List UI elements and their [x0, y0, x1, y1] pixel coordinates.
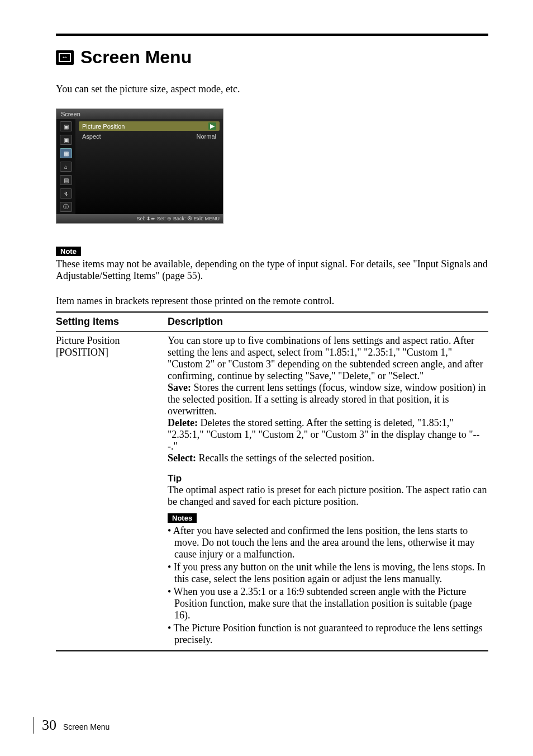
desc-select: Select: Recalls the settings of the sele…	[168, 452, 488, 464]
osd-row-value: Normal	[197, 133, 216, 140]
page-number: 30	[42, 717, 56, 734]
notes-bullets: • After you have selected and confirmed …	[168, 525, 488, 646]
osd-row-arrow: ▶	[208, 122, 216, 130]
list-item: • If you press any button on the unit wh…	[168, 561, 488, 585]
osd-row-aspect: Aspect Normal	[79, 132, 220, 141]
page-title: Screen Menu	[80, 47, 192, 68]
table-row: Picture Position [POSITION] You can stor…	[56, 332, 488, 650]
osd-titlebar: Screen	[56, 109, 223, 119]
table-header-setting-items: Setting items	[56, 316, 168, 328]
tip-heading: Tip	[168, 473, 488, 484]
setting-item-line1: Picture Position	[56, 335, 168, 347]
screen-menu-icon	[56, 50, 74, 65]
tip-text: The optimal aspect ratio is preset for e…	[168, 484, 488, 508]
save-text: Stores the current lens settings (focus,…	[168, 382, 486, 417]
title-row: Screen Menu	[56, 47, 488, 68]
note-section: Note These items may not be available, d…	[56, 246, 488, 282]
osd-side-icon-5: ↯	[60, 188, 72, 199]
osd-sidebar: ▣ ▣ ▦ ⌂ ▤ ↯ ⓘ	[56, 119, 75, 214]
osd-side-icon-4: ▤	[60, 175, 72, 185]
desc-main: You can store up to five combinations of…	[168, 335, 488, 382]
description-cell: You can store up to five combinations of…	[168, 335, 488, 647]
osd-side-icon-0: ▣	[60, 121, 72, 131]
page-footer: 30 Screen Menu	[34, 717, 110, 734]
osd-side-icon-6: ⓘ	[60, 202, 72, 212]
osd-body: ▣ ▣ ▦ ⌂ ▤ ↯ ⓘ Picture Position ▶ Aspect …	[56, 119, 223, 214]
table-intro: Item names in brackets represent those p…	[56, 295, 488, 307]
settings-table: Setting items Description Picture Positi…	[56, 311, 488, 651]
table-header-description: Description	[168, 316, 488, 328]
note-badge: Note	[56, 247, 81, 256]
list-item: • The Picture Position function is not g…	[168, 622, 488, 646]
save-label: Save:	[168, 382, 191, 393]
osd-bottom-hints: Sel: ⬍⬌ Set: ⊕ Back: ⦿ Exit: MENU	[56, 214, 223, 223]
osd-screenshot: Screen ▣ ▣ ▦ ⌂ ▤ ↯ ⓘ Picture Position ▶ …	[56, 108, 223, 224]
select-label: Select:	[168, 452, 196, 464]
delete-text: Deletes the stored setting. After the se…	[168, 417, 480, 452]
top-rule	[56, 34, 488, 36]
notes-badge: Notes	[168, 513, 197, 523]
delete-label: Delete:	[168, 417, 198, 428]
select-text: Recalls the settings of the selected pos…	[196, 452, 374, 464]
osd-side-icon-1: ▣	[60, 135, 72, 145]
osd-main: Picture Position ▶ Aspect Normal	[75, 119, 223, 214]
osd-row-label: Aspect	[82, 133, 101, 140]
table-header-row: Setting items Description	[56, 313, 488, 332]
note-text: These items may not be available, depend…	[56, 258, 488, 282]
desc-delete: Delete: Deletes the stored setting. Afte…	[168, 417, 488, 452]
osd-side-icon-2: ▦	[60, 148, 72, 158]
footer-section-label: Screen Menu	[63, 722, 110, 731]
setting-item-cell: Picture Position [POSITION]	[56, 335, 168, 647]
intro-text: You can set the picture size, aspect mod…	[56, 83, 488, 95]
setting-item-line2: [POSITION]	[56, 347, 168, 358]
osd-side-icon-3: ⌂	[60, 162, 72, 172]
list-item: • When you use a 2.35:1 or a 16:9 subten…	[168, 586, 488, 621]
desc-save: Save: Stores the current lens settings (…	[168, 382, 488, 417]
osd-row-label: Picture Position	[82, 123, 125, 130]
list-item: • After you have selected and confirmed …	[168, 525, 488, 560]
osd-row-picture-position: Picture Position ▶	[79, 121, 220, 131]
